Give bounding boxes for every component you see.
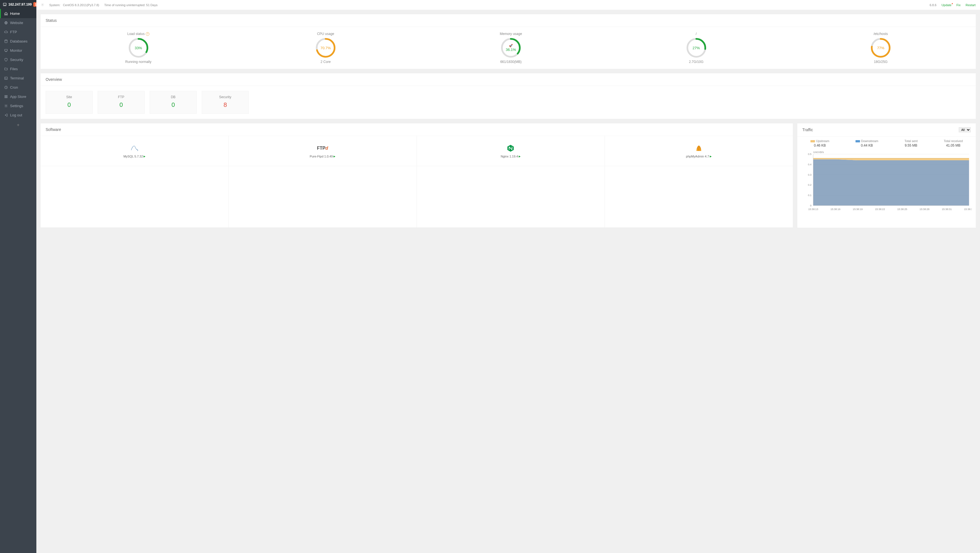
gauge[interactable]: Load status? 33% Running normally — [125, 32, 151, 64]
gear-icon — [4, 104, 8, 108]
shield-icon — [4, 58, 8, 62]
update-dot-icon — [952, 3, 953, 4]
sidebar-header[interactable]: 162.247.97.199 1 — [0, 0, 37, 9]
software-empty-cell — [41, 166, 229, 228]
svg-rect-0 — [3, 3, 6, 5]
db-icon — [4, 40, 8, 43]
software-title: Software — [41, 123, 793, 136]
monitor-icon — [4, 49, 8, 52]
restart-link[interactable]: Restart — [966, 3, 975, 7]
cloud-icon — [4, 30, 8, 34]
sidebar-item-monitor[interactable]: Monitor — [0, 46, 37, 55]
svg-point-11 — [42, 4, 43, 5]
traffic-filter-select[interactable]: All — [959, 127, 971, 132]
update-link[interactable]: Update — [942, 3, 951, 7]
svg-text:0.3: 0.3 — [808, 173, 811, 176]
svg-point-2 — [5, 40, 7, 41]
sidebar: 162.247.97.199 1 Home Website FTP Databa… — [0, 0, 37, 553]
software-panel: Software MySQL 5.7.32▶FTPd Pure-Ftpd 1.0… — [40, 123, 793, 228]
gauge[interactable]: /etc/hosts 77% 18G/25G — [870, 32, 891, 64]
svg-text:0.4: 0.4 — [808, 163, 811, 166]
gauge[interactable]: Memory usage 🚀 36.1% 661/1830(MB) — [500, 32, 522, 64]
terminal-icon — [4, 76, 8, 80]
upstream-swatch-icon — [810, 140, 815, 142]
overview-card[interactable]: DB 0 — [150, 91, 197, 114]
rocket-icon: 🚀 — [509, 44, 513, 48]
overview-card[interactable]: FTP 0 — [98, 91, 145, 114]
stat-downstream: Downstream 0.44 KB — [856, 139, 878, 148]
play-icon: ▶ — [710, 155, 712, 158]
software-item[interactable]: phpMyAdmin 4.7▶ — [605, 136, 793, 166]
svg-text:15:38:31: 15:38:31 — [942, 208, 952, 211]
svg-text:15:38:13: 15:38:13 — [808, 208, 818, 211]
clock-icon — [4, 86, 8, 89]
help-icon[interactable]: ? — [146, 32, 150, 36]
stat-total-received: Total received 41.05 MB — [943, 139, 963, 148]
sidebar-item-files[interactable]: Files — [0, 64, 37, 73]
sidebar-item-settings[interactable]: Settings — [0, 101, 37, 111]
pma-icon — [695, 144, 703, 153]
svg-text:15:38:28: 15:38:28 — [920, 208, 930, 211]
software-empty-cell — [417, 166, 605, 228]
svg-text:15:38:25: 15:38:25 — [897, 208, 907, 211]
sidebar-item-appstore[interactable]: App Store — [0, 92, 37, 101]
sidebar-item-home[interactable]: Home — [0, 9, 37, 18]
ftpd-icon: FTPd — [317, 144, 328, 153]
svg-rect-7 — [6, 95, 7, 96]
traffic-title: Traffic — [802, 127, 813, 132]
overview-card[interactable]: Site 0 — [46, 91, 92, 114]
svg-text:15:38:34: 15:38:34 — [964, 208, 972, 211]
sidebar-item-website[interactable]: Website — [0, 18, 37, 27]
sidebar-item-ftp[interactable]: FTP — [0, 27, 37, 37]
globe-icon — [4, 21, 8, 25]
software-empty-cell — [229, 166, 417, 228]
traffic-chart: Unit:KB/s00.10.20.30.40.515:38:1315:38:1… — [797, 149, 976, 228]
uptime-info: Time of running uninterrupted: 51 Days — [104, 3, 158, 7]
svg-text:0.2: 0.2 — [808, 183, 811, 186]
svg-text:0: 0 — [810, 204, 811, 207]
svg-rect-3 — [5, 49, 7, 51]
svg-point-10 — [5, 105, 6, 106]
sidebar-add-button[interactable]: + — [0, 120, 37, 130]
sidebar-item-security[interactable]: Security — [0, 55, 37, 64]
sidebar-item-label: Website — [10, 21, 23, 25]
sidebar-item-terminal[interactable]: Terminal — [0, 73, 37, 83]
sidebar-item-label: FTP — [10, 30, 17, 34]
grid-icon — [4, 95, 8, 99]
sidebar-item-label: Log out — [10, 113, 22, 117]
home-icon — [4, 12, 8, 15]
gauge[interactable]: CPU usage 70.7% 2 Core — [315, 32, 336, 64]
sidebar-item-label: Databases — [10, 39, 27, 43]
software-item[interactable]: MySQL 5.7.32▶ — [41, 136, 229, 166]
software-item[interactable]: Nginx 1.19.4▶ — [417, 136, 605, 166]
gauge[interactable]: / 27% 2.7G/10G — [686, 32, 707, 64]
svg-text:0.1: 0.1 — [808, 194, 811, 197]
overview-card[interactable]: Security 8 — [202, 91, 249, 114]
sidebar-item-label: Home — [10, 11, 20, 16]
system-info: System: CentOS 8.3.2011(Py3.7.8) — [49, 3, 99, 7]
sidebar-item-label: Cron — [10, 85, 18, 89]
nginx-icon — [507, 144, 514, 153]
sidebar-item-cron[interactable]: Cron — [0, 83, 37, 92]
sidebar-item-logout[interactable]: Log out — [0, 111, 37, 120]
svg-text:15:38:19: 15:38:19 — [853, 208, 863, 211]
play-icon: ▶ — [334, 155, 336, 158]
software-item[interactable]: FTPd Pure-Ftpd 1.0.49▶ — [229, 136, 417, 166]
topbar: System: CentOS 8.3.2011(Py3.7.8) Time of… — [37, 0, 980, 10]
fix-link[interactable]: Fix — [956, 3, 961, 7]
sidebar-item-label: Monitor — [10, 48, 22, 52]
traffic-panel: Traffic All Upstream 0.46 KB Downstream … — [797, 123, 976, 228]
sidebar-item-label: Files — [10, 67, 18, 71]
svg-text:15:38:16: 15:38:16 — [830, 208, 841, 211]
play-icon: ▶ — [519, 155, 521, 158]
sidebar-item-databases[interactable]: Databases — [0, 37, 37, 46]
downstream-swatch-icon — [856, 140, 860, 142]
status-panel: Status Load status? 33% Running normally… — [40, 14, 976, 69]
svg-text:15:38:22: 15:38:22 — [875, 208, 885, 211]
sidebar-item-label: Terminal — [10, 76, 24, 80]
stat-upstream: Upstream 0.46 KB — [810, 139, 829, 148]
mysql-icon — [130, 144, 139, 153]
overview-title: Overview — [41, 73, 976, 86]
gear-icon[interactable] — [41, 3, 44, 7]
status-title: Status — [41, 14, 976, 27]
